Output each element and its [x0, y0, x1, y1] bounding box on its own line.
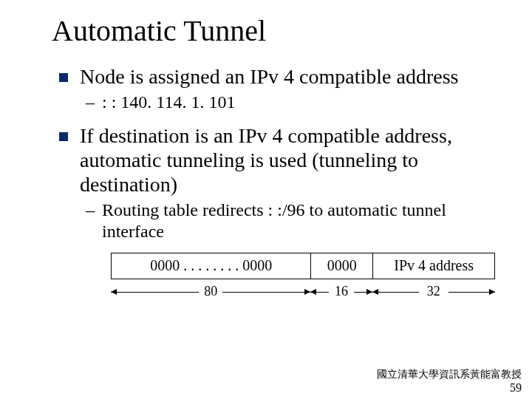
diagram-cell-2: 0000: [311, 253, 373, 279]
bullet-1-text: Node is assigned an IPv 4 compatible add…: [80, 64, 458, 89]
footer-org: 國立清華大學資訊系黃能富教授: [377, 368, 522, 381]
bullet-2-text: If destination is an IPv 4 compatible ad…: [80, 123, 495, 197]
bullet-1-sub-1-text: : : 140. 114. 1. 101: [102, 92, 235, 113]
bullet-2-sub-1-text: Routing table redirects : :/96 to automa…: [102, 200, 495, 242]
dim-1-label: 80: [201, 284, 220, 299]
square-bullet-icon: [59, 132, 68, 141]
dim-3: 32: [372, 284, 495, 300]
bullet-2: If destination is an IPv 4 compatible ad…: [59, 123, 495, 197]
bullet-1: Node is assigned an IPv 4 compatible add…: [59, 64, 495, 89]
diagram-dimensions: 80 16 32: [111, 284, 495, 300]
dim-2: 16: [310, 284, 372, 300]
slide-title: Automatic Tunnel: [52, 13, 495, 48]
diagram-cell-3: IPv 4 address: [373, 253, 494, 279]
bullet-2-sub-1: – Routing table redirects : :/96 to auto…: [86, 200, 495, 242]
diagram-cell-1: 0000 . . . . . . . . 0000: [112, 253, 311, 279]
bullet-1-sub-1: – : : 140. 114. 1. 101: [86, 92, 495, 113]
dim-3-label: 32: [424, 284, 443, 299]
diagram-row: 0000 . . . . . . . . 0000 0000 IPv 4 add…: [111, 253, 495, 279]
slide-footer: 國立清華大學資訊系黃能富教授 59: [377, 368, 522, 395]
square-bullet-icon: [59, 73, 68, 82]
dim-2-label: 16: [332, 284, 351, 299]
dash-icon: –: [86, 92, 95, 113]
page-number: 59: [377, 381, 522, 395]
address-diagram: 0000 . . . . . . . . 0000 0000 IPv 4 add…: [111, 253, 495, 300]
dim-1: 80: [111, 284, 310, 300]
dash-icon: –: [86, 200, 95, 221]
